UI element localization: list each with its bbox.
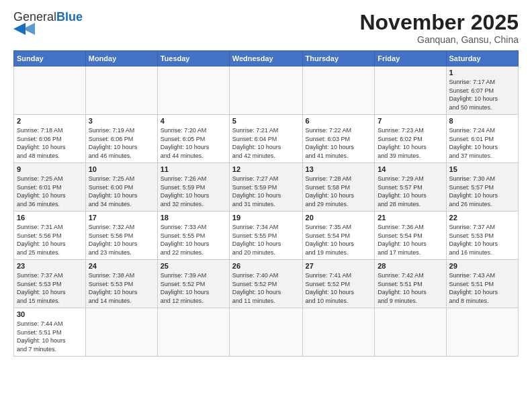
calendar-cell: 12Sunrise: 7:27 AM Sunset: 5:59 PM Dayli…	[229, 163, 302, 212]
calendar-cell	[375, 308, 446, 357]
day-info: Sunrise: 7:25 AM Sunset: 6:01 PM Dayligh…	[17, 175, 83, 208]
calendar-week-row: 9Sunrise: 7:25 AM Sunset: 6:01 PM Daylig…	[14, 163, 519, 212]
day-info: Sunrise: 7:41 AM Sunset: 5:52 PM Dayligh…	[306, 271, 372, 305]
weekday-header-friday: Friday	[375, 51, 446, 66]
day-info: Sunrise: 7:39 AM Sunset: 5:52 PM Dayligh…	[161, 271, 226, 305]
day-number: 17	[89, 214, 154, 222]
calendar-cell	[302, 66, 375, 115]
day-number: 16	[17, 214, 83, 222]
logo: GeneralBlue	[13, 11, 83, 35]
day-info: Sunrise: 7:19 AM Sunset: 6:06 PM Dayligh…	[89, 126, 154, 160]
calendar-week-row: 1Sunrise: 7:17 AM Sunset: 6:07 PM Daylig…	[14, 66, 519, 115]
calendar-cell	[157, 66, 229, 115]
day-number: 28	[378, 262, 443, 270]
day-info: Sunrise: 7:29 AM Sunset: 5:57 PM Dayligh…	[378, 175, 443, 208]
calendar-cell	[302, 308, 375, 357]
day-info: Sunrise: 7:37 AM Sunset: 5:53 PM Dayligh…	[449, 223, 515, 257]
day-info: Sunrise: 7:25 AM Sunset: 6:00 PM Dayligh…	[89, 175, 154, 208]
day-number: 1	[449, 68, 515, 77]
day-info: Sunrise: 7:20 AM Sunset: 6:05 PM Dayligh…	[161, 126, 226, 160]
calendar-cell	[229, 66, 302, 115]
day-info: Sunrise: 7:27 AM Sunset: 5:59 PM Dayligh…	[232, 175, 300, 208]
day-number: 2	[17, 117, 83, 125]
day-info: Sunrise: 7:36 AM Sunset: 5:54 PM Dayligh…	[378, 223, 443, 257]
day-info: Sunrise: 7:21 AM Sunset: 6:04 PM Dayligh…	[232, 126, 300, 160]
calendar-cell: 30Sunrise: 7:44 AM Sunset: 5:51 PM Dayli…	[14, 308, 86, 357]
location-subtitle: Ganquan, Gansu, China	[359, 34, 519, 45]
calendar-cell: 25Sunrise: 7:39 AM Sunset: 5:52 PM Dayli…	[157, 260, 229, 308]
calendar-cell: 9Sunrise: 7:25 AM Sunset: 6:01 PM Daylig…	[14, 163, 86, 212]
calendar-cell: 4Sunrise: 7:20 AM Sunset: 6:05 PM Daylig…	[157, 115, 229, 163]
day-info: Sunrise: 7:37 AM Sunset: 5:53 PM Dayligh…	[17, 271, 83, 305]
day-number: 10	[89, 165, 154, 173]
calendar-week-row: 16Sunrise: 7:31 AM Sunset: 5:56 PM Dayli…	[14, 212, 519, 260]
day-info: Sunrise: 7:24 AM Sunset: 6:01 PM Dayligh…	[449, 126, 515, 160]
calendar-cell: 20Sunrise: 7:35 AM Sunset: 5:54 PM Dayli…	[302, 212, 375, 260]
calendar-table: SundayMondayTuesdayWednesdayThursdayFrid…	[13, 50, 519, 357]
header: GeneralBlue November 2025 Ganquan, Gansu…	[13, 11, 519, 45]
calendar-cell	[446, 308, 518, 357]
day-number: 5	[232, 117, 300, 125]
day-number: 12	[232, 165, 300, 173]
day-number: 23	[17, 262, 83, 270]
day-info: Sunrise: 7:28 AM Sunset: 5:58 PM Dayligh…	[306, 175, 372, 208]
calendar-cell: 17Sunrise: 7:32 AM Sunset: 5:56 PM Dayli…	[85, 212, 157, 260]
day-number: 11	[161, 165, 226, 173]
day-number: 27	[306, 262, 372, 270]
day-number: 13	[306, 165, 372, 173]
day-number: 29	[449, 262, 515, 270]
calendar-cell: 7Sunrise: 7:23 AM Sunset: 6:02 PM Daylig…	[375, 115, 446, 163]
day-info: Sunrise: 7:34 AM Sunset: 5:55 PM Dayligh…	[232, 223, 300, 257]
month-title: November 2025	[359, 11, 519, 34]
logo-text: GeneralBlue	[13, 11, 83, 23]
calendar-cell: 27Sunrise: 7:41 AM Sunset: 5:52 PM Dayli…	[302, 260, 375, 308]
day-info: Sunrise: 7:22 AM Sunset: 6:03 PM Dayligh…	[306, 126, 372, 160]
calendar-cell: 19Sunrise: 7:34 AM Sunset: 5:55 PM Dayli…	[229, 212, 302, 260]
calendar-cell: 26Sunrise: 7:40 AM Sunset: 5:52 PM Dayli…	[229, 260, 302, 308]
calendar-cell	[375, 66, 446, 115]
calendar-cell	[85, 66, 157, 115]
day-number: 3	[89, 117, 154, 125]
day-number: 9	[17, 165, 83, 173]
day-number: 8	[449, 117, 515, 125]
calendar-cell: 1Sunrise: 7:17 AM Sunset: 6:07 PM Daylig…	[446, 66, 518, 115]
day-number: 7	[378, 117, 443, 125]
day-info: Sunrise: 7:30 AM Sunset: 5:57 PM Dayligh…	[449, 175, 515, 208]
day-number: 4	[161, 117, 226, 125]
day-number: 19	[232, 214, 300, 222]
logo-arrow-icon	[13, 23, 43, 35]
weekday-header-row: SundayMondayTuesdayWednesdayThursdayFrid…	[14, 51, 519, 66]
calendar-cell	[157, 308, 229, 357]
calendar-cell: 11Sunrise: 7:26 AM Sunset: 5:59 PM Dayli…	[157, 163, 229, 212]
calendar-cell: 28Sunrise: 7:42 AM Sunset: 5:51 PM Dayli…	[375, 260, 446, 308]
day-info: Sunrise: 7:44 AM Sunset: 5:51 PM Dayligh…	[17, 320, 83, 353]
calendar-week-row: 2Sunrise: 7:18 AM Sunset: 6:06 PM Daylig…	[14, 115, 519, 163]
calendar-cell: 6Sunrise: 7:22 AM Sunset: 6:03 PM Daylig…	[302, 115, 375, 163]
day-number: 15	[449, 165, 515, 173]
day-info: Sunrise: 7:26 AM Sunset: 5:59 PM Dayligh…	[161, 175, 226, 208]
calendar-week-row: 30Sunrise: 7:44 AM Sunset: 5:51 PM Dayli…	[14, 308, 519, 357]
day-number: 20	[306, 214, 372, 222]
day-info: Sunrise: 7:31 AM Sunset: 5:56 PM Dayligh…	[17, 223, 83, 257]
day-number: 25	[161, 262, 226, 270]
day-number: 30	[17, 310, 83, 318]
day-info: Sunrise: 7:38 AM Sunset: 5:53 PM Dayligh…	[89, 271, 154, 305]
calendar-cell: 18Sunrise: 7:33 AM Sunset: 5:55 PM Dayli…	[157, 212, 229, 260]
day-info: Sunrise: 7:32 AM Sunset: 5:56 PM Dayligh…	[89, 223, 154, 257]
day-number: 21	[378, 214, 443, 222]
calendar-cell: 14Sunrise: 7:29 AM Sunset: 5:57 PM Dayli…	[375, 163, 446, 212]
calendar-week-row: 23Sunrise: 7:37 AM Sunset: 5:53 PM Dayli…	[14, 260, 519, 308]
day-info: Sunrise: 7:40 AM Sunset: 5:52 PM Dayligh…	[232, 271, 300, 305]
calendar-cell: 24Sunrise: 7:38 AM Sunset: 5:53 PM Dayli…	[85, 260, 157, 308]
calendar-cell: 15Sunrise: 7:30 AM Sunset: 5:57 PM Dayli…	[446, 163, 518, 212]
calendar-cell: 22Sunrise: 7:37 AM Sunset: 5:53 PM Dayli…	[446, 212, 518, 260]
calendar-cell: 13Sunrise: 7:28 AM Sunset: 5:58 PM Dayli…	[302, 163, 375, 212]
day-info: Sunrise: 7:43 AM Sunset: 5:51 PM Dayligh…	[449, 271, 515, 305]
calendar-cell: 10Sunrise: 7:25 AM Sunset: 6:00 PM Dayli…	[85, 163, 157, 212]
day-info: Sunrise: 7:35 AM Sunset: 5:54 PM Dayligh…	[306, 223, 372, 257]
calendar-cell: 21Sunrise: 7:36 AM Sunset: 5:54 PM Dayli…	[375, 212, 446, 260]
day-info: Sunrise: 7:17 AM Sunset: 6:07 PM Dayligh…	[449, 78, 515, 111]
calendar-cell: 23Sunrise: 7:37 AM Sunset: 5:53 PM Dayli…	[14, 260, 86, 308]
weekday-header-tuesday: Tuesday	[157, 51, 229, 66]
calendar-page: GeneralBlue November 2025 Ganquan, Gansu…	[0, 0, 532, 411]
